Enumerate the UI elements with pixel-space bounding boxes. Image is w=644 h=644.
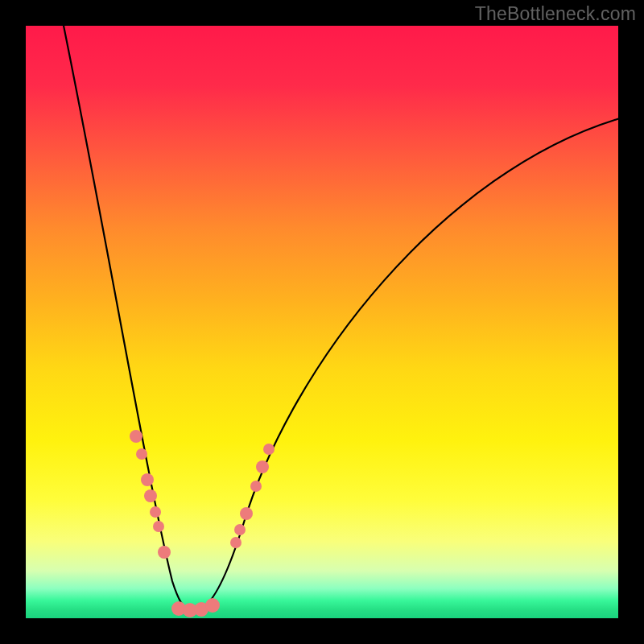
data-marker: [240, 507, 253, 520]
data-marker: [205, 598, 220, 613]
curve-left-arm: [62, 26, 190, 610]
chart-stage: TheBottleneck.com: [0, 0, 644, 644]
data-marker: [256, 460, 269, 473]
data-marker: [250, 481, 262, 492]
watermark-text: TheBottleneck.com: [475, 3, 636, 25]
data-markers: [130, 430, 275, 617]
curve-right-arm: [198, 118, 618, 610]
data-marker: [136, 448, 147, 460]
data-marker: [263, 444, 275, 455]
data-marker: [144, 489, 157, 502]
data-marker: [153, 521, 164, 532]
data-marker: [141, 473, 154, 486]
data-marker: [150, 506, 161, 518]
data-marker: [158, 546, 171, 559]
data-marker: [230, 537, 242, 548]
data-marker: [234, 524, 246, 535]
plot-area: [26, 26, 618, 618]
series-paths: [62, 26, 618, 610]
data-marker: [130, 430, 142, 443]
curve-overlay: [26, 26, 618, 618]
